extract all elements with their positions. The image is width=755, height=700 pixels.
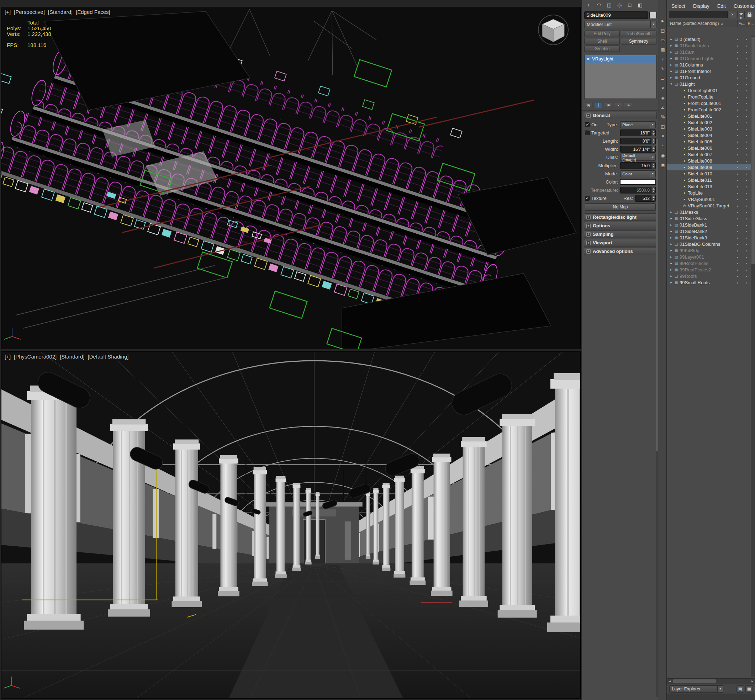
row-frozen-cell[interactable]	[733, 107, 742, 112]
stack-tool-icon[interactable]: ≡	[625, 102, 632, 108]
rollout-header[interactable]: Advanced options	[584, 248, 657, 255]
row-render-cell[interactable]	[742, 50, 751, 55]
scene-explorer-row[interactable]: ● SideLite003	[667, 125, 751, 132]
command-panel-tab-icon[interactable]: ◧	[635, 1, 645, 9]
scene-explorer-row[interactable]: ● SideLite011	[667, 177, 751, 183]
row-render-cell[interactable]	[742, 216, 751, 221]
explorer-mode-dropdown[interactable]: Layer Explorer ▼	[669, 686, 723, 692]
expand-arrow-icon[interactable]: ▸	[669, 69, 674, 73]
command-panel-scrollbar[interactable]	[656, 139, 658, 697]
expand-arrow-icon[interactable]: ▸	[669, 50, 674, 54]
collapse-icon[interactable]	[586, 114, 591, 118]
viewport-label-segment[interactable]: [PhysCamera002]	[14, 353, 56, 359]
expand-arrow-icon[interactable]: ▸	[669, 63, 674, 67]
command-panel-tab-icon[interactable]: ◫	[604, 1, 614, 9]
toolbar-icon[interactable]: ▾	[659, 84, 666, 92]
menu-item[interactable]: Display	[693, 3, 710, 9]
toolbar-icon[interactable]: ▭	[659, 37, 666, 44]
scene-explorer-row[interactable]: ▸ ▤ 01Column Lights	[667, 55, 751, 61]
stack-tool-icon[interactable]: ▣	[605, 102, 612, 108]
length-field[interactable]: 0'6"	[620, 138, 656, 144]
row-frozen-cell[interactable]	[733, 190, 742, 195]
toolbar-icon[interactable]: ≡	[659, 133, 666, 140]
row-render-cell[interactable]	[742, 75, 751, 80]
row-render-cell[interactable]	[742, 235, 751, 241]
row-frozen-cell[interactable]	[733, 242, 742, 247]
row-frozen-cell[interactable]	[733, 203, 742, 208]
row-frozen-cell[interactable]	[733, 133, 742, 138]
row-name[interactable]: FrontTopLite002	[687, 107, 733, 112]
mode-dropdown[interactable]: Color ▼	[620, 170, 656, 177]
scene-explorer-row[interactable]: ▸ ▤ 01Columns	[667, 61, 751, 68]
row-name[interactable]: 01Bank Lights	[679, 43, 733, 48]
object-color-swatch[interactable]	[649, 12, 657, 19]
scene-explorer-row[interactable]: ● DomeLight001	[667, 87, 751, 94]
expand-icon[interactable]	[586, 249, 591, 254]
row-frozen-cell[interactable]	[733, 273, 742, 279]
row-name[interactable]: 99Roofs	[679, 273, 733, 279]
row-name[interactable]: 01Side Glass	[679, 216, 733, 221]
row-render-cell[interactable]	[742, 197, 751, 202]
row-name[interactable]: 01SideBank3	[679, 235, 733, 241]
row-frozen-cell[interactable]	[733, 254, 742, 259]
row-frozen-cell[interactable]	[733, 126, 742, 131]
menu-item[interactable]: Select	[671, 3, 685, 9]
expand-arrow-icon[interactable]: ▾	[669, 82, 674, 86]
modifier-set-button[interactable]: Shell	[584, 38, 620, 44]
row-frozen-cell[interactable]	[733, 37, 742, 42]
scene-explorer-row[interactable]: ▸ ▤ 01Cam	[667, 49, 751, 55]
row-name[interactable]: SideLite006	[687, 145, 733, 151]
expand-arrow-icon[interactable]: ▸	[669, 261, 674, 265]
row-frozen-cell[interactable]	[733, 88, 742, 93]
viewport-label-segment[interactable]: [Edged Faces]	[76, 9, 110, 15]
texture-checkbox[interactable]	[585, 196, 589, 201]
modifier-stack-item[interactable]: VRayLight	[585, 55, 656, 62]
row-render-cell[interactable]	[742, 171, 751, 177]
targeted-checkbox[interactable]	[585, 131, 589, 135]
command-panel-tab-icon[interactable]: ◎	[614, 1, 624, 9]
scene-explorer-row[interactable]: ▸ ▤ 01SideBank1	[667, 222, 751, 228]
scene-explorer-row[interactable]: ▸ ▤ 99Small Roofs	[667, 279, 751, 286]
command-panel-tab-icon[interactable]: □	[625, 1, 635, 9]
row-name[interactable]: 01Column Lights	[679, 56, 733, 61]
row-frozen-cell[interactable]	[733, 101, 742, 106]
modifier-set-button[interactable]: Greeble	[584, 45, 620, 52]
row-name[interactable]: 01Light	[679, 81, 733, 87]
row-render-cell[interactable]	[742, 209, 751, 215]
row-frozen-cell[interactable]	[733, 94, 742, 100]
expand-arrow-icon[interactable]: ▸	[669, 255, 674, 259]
row-frozen-cell[interactable]	[733, 229, 742, 234]
scene-explorer-row[interactable]: ▸ ▤ 99Layer001	[667, 254, 751, 260]
row-name[interactable]: 99RoofPieces2	[679, 267, 733, 272]
row-name[interactable]: SideLite009	[687, 165, 733, 170]
row-render-cell[interactable]	[742, 273, 751, 279]
row-name[interactable]: TopLite	[687, 190, 733, 195]
width-field[interactable]: 16'7 1/4"	[620, 146, 656, 153]
expand-arrow-icon[interactable]: ▸	[669, 56, 674, 60]
row-render-cell[interactable]	[742, 62, 751, 67]
viewport-label-segment[interactable]: [+]	[5, 353, 11, 359]
toolbar-icon[interactable]: ▱	[659, 75, 666, 82]
row-render-cell[interactable]	[742, 165, 751, 170]
row-render-cell[interactable]	[742, 37, 751, 42]
scene-explorer-row[interactable]: ● TopLite	[667, 189, 751, 196]
menu-item[interactable]: Customize	[734, 3, 755, 9]
scene-explorer-row[interactable]: ● FrontTopLite002	[667, 106, 751, 113]
row-name[interactable]: SideLite004	[687, 133, 733, 138]
viewcube[interactable]	[538, 15, 568, 45]
toolbar-icon[interactable]: %	[659, 114, 666, 120]
rollout-header[interactable]: Options	[584, 222, 657, 230]
command-panel-tab-icon[interactable]: +	[583, 1, 594, 9]
modifier-stack[interactable]: VRayLight	[584, 55, 657, 99]
row-render-cell[interactable]	[742, 190, 751, 195]
expand-arrow-icon[interactable]: ▸	[669, 44, 674, 47]
row-frozen-cell[interactable]	[733, 197, 742, 202]
row-render-cell[interactable]	[742, 158, 751, 164]
row-frozen-cell[interactable]	[733, 267, 742, 272]
row-frozen-cell[interactable]	[733, 145, 742, 151]
row-frozen-cell[interactable]	[733, 43, 742, 48]
expand-arrow-icon[interactable]: ▸	[669, 248, 674, 252]
toolbar-icon[interactable]: ◈	[659, 94, 666, 102]
scene-explorer-row[interactable]: ▸ ▤ 01Side Glass	[667, 215, 751, 222]
stack-tool-icon[interactable]: ◉	[585, 102, 592, 108]
